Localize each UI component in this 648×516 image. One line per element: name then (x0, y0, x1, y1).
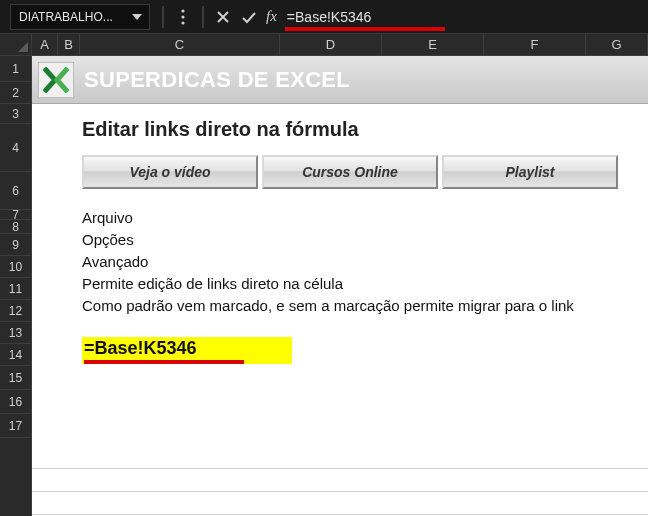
cancel-icon[interactable] (211, 5, 235, 29)
col-header-d[interactable]: D (280, 34, 382, 55)
row-header[interactable]: 12 (0, 300, 31, 322)
formula-text: =Base!K5346 (287, 9, 371, 25)
fx-label[interactable]: fx (262, 8, 281, 25)
select-all-triangle[interactable] (0, 34, 32, 55)
row-header[interactable]: 15 (0, 366, 31, 390)
annotation-underline (285, 27, 445, 31)
svg-point-2 (181, 21, 184, 24)
col-header-e[interactable]: E (382, 34, 484, 55)
sheet-area[interactable]: SUPERDICAS DE EXCEL Editar links direto … (32, 56, 648, 516)
cursos-button[interactable]: Cursos Online (262, 155, 438, 189)
col-header-c[interactable]: C (80, 34, 280, 55)
col-header-f[interactable]: F (484, 34, 586, 55)
video-button[interactable]: Veja o vídeo (82, 155, 258, 189)
svg-point-1 (181, 15, 184, 18)
row-header[interactable]: 14 (0, 344, 31, 366)
row-header[interactable]: 3 (0, 104, 31, 124)
col-header-g[interactable]: G (586, 34, 648, 55)
row-header[interactable]: 13 (0, 322, 31, 344)
chevron-down-icon[interactable] (131, 11, 143, 23)
formula-input[interactable]: =Base!K5346 (285, 4, 648, 30)
row-header[interactable]: 17 (0, 414, 31, 438)
highlighted-formula: =Base!K5346 (84, 338, 244, 364)
excel-logo-icon (38, 62, 74, 98)
instruction-block: Arquivo Opções Avançado Permite edição d… (32, 189, 648, 317)
name-box[interactable]: DIATRABALHO... (10, 4, 150, 30)
worksheet-grid: 123467891011121314151617 SUPERDICAS DE E… (0, 56, 648, 516)
row-header[interactable]: 6 (0, 172, 31, 210)
col-header-b[interactable]: B (58, 34, 80, 55)
separator (202, 6, 204, 28)
row-header[interactable]: 10 (0, 256, 31, 278)
col-header-a[interactable]: A (32, 34, 58, 55)
row-headers: 123467891011121314151617 (0, 56, 32, 516)
column-headers: A B C D E F G (0, 34, 648, 56)
separator (162, 6, 164, 28)
button-row: Veja o vídeo Cursos Online Playlist (32, 155, 648, 189)
text-line: Avançado (82, 251, 648, 273)
more-icon[interactable] (171, 5, 195, 29)
row-header[interactable]: 1 (0, 56, 31, 82)
highlighted-cell[interactable]: =Base!K5346 (82, 337, 292, 364)
svg-point-0 (181, 9, 184, 12)
row-header[interactable]: 9 (0, 234, 31, 256)
text-line: Permite edição de links direto na célula (82, 273, 648, 295)
formula-bar: DIATRABALHO... fx =Base!K5346 (0, 0, 648, 34)
name-box-value: DIATRABALHO... (19, 10, 113, 24)
row-header[interactable]: 16 (0, 390, 31, 414)
row-header[interactable]: 4 (0, 124, 31, 172)
text-line: Arquivo (82, 207, 648, 229)
gridlines (32, 468, 648, 516)
row-header[interactable]: 11 (0, 278, 31, 300)
enter-icon[interactable] (237, 5, 261, 29)
row-header[interactable]: 7 (0, 210, 31, 220)
row-header[interactable]: 2 (0, 82, 31, 104)
banner: SUPERDICAS DE EXCEL (32, 56, 648, 104)
section-title: Editar links direto na fórmula (32, 104, 648, 155)
row-header[interactable]: 8 (0, 220, 31, 234)
text-line: Opções (82, 229, 648, 251)
text-line: Como padrão vem marcado, e sem a marcaçã… (82, 295, 648, 317)
playlist-button[interactable]: Playlist (442, 155, 618, 189)
banner-title: SUPERDICAS DE EXCEL (84, 67, 350, 93)
